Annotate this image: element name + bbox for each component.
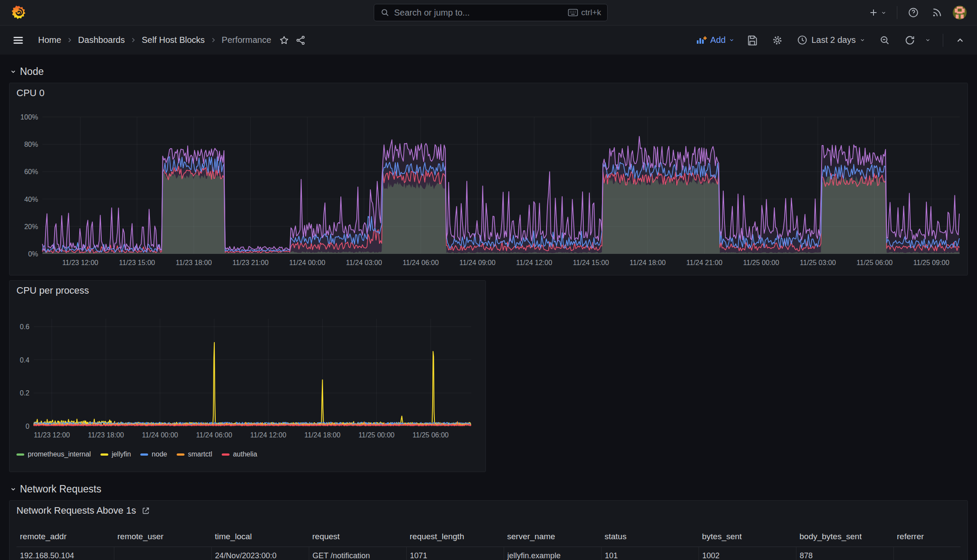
legend-item[interactable]: jellyfin: [100, 450, 131, 458]
svg-text:80%: 80%: [24, 141, 38, 148]
table-column-header[interactable]: time_local: [211, 526, 309, 547]
breadcrumb-dashboards[interactable]: Dashboards: [78, 35, 125, 45]
table-column-header[interactable]: remote_addr: [16, 526, 114, 547]
svg-text:11/24 06:00: 11/24 06:00: [403, 259, 439, 266]
table-column-header[interactable]: bytes_sent: [699, 526, 796, 547]
new-button[interactable]: [867, 6, 888, 19]
panel-network-requests: Network Requests Above 1s remote_addrrem…: [9, 500, 968, 560]
legend-item[interactable]: prometheus_internal: [16, 450, 91, 458]
svg-text:11/23 21:00: 11/23 21:00: [233, 259, 269, 266]
svg-text:11/24 18:00: 11/24 18:00: [630, 259, 666, 266]
chevron-up-icon: [955, 36, 965, 45]
plus-icon: [868, 7, 879, 18]
table-column-header[interactable]: body_bytes_sent: [796, 526, 893, 547]
search-shortcut: ctrl+k: [568, 8, 601, 17]
table-column-header[interactable]: referrer: [893, 526, 961, 547]
collapse-toolbar-button[interactable]: [954, 34, 967, 47]
legend-swatch-icon: [177, 453, 184, 456]
svg-text:11/25 06:00: 11/25 06:00: [413, 431, 449, 439]
star-dashboard-button[interactable]: [277, 33, 291, 47]
hamburger-icon: [12, 34, 24, 46]
table-column-header[interactable]: request: [309, 526, 406, 547]
table-body: 192.168.50.10424/Nov/2023:00:0GET /notif…: [16, 547, 961, 560]
svg-text:11/23 18:00: 11/23 18:00: [176, 259, 212, 266]
svg-text:40%: 40%: [24, 196, 38, 203]
svg-text:0%: 0%: [28, 250, 38, 258]
share-icon: [295, 35, 306, 45]
time-range-picker[interactable]: Last 2 days: [795, 33, 867, 47]
avatar-pixel-icon: [953, 6, 967, 19]
svg-text:11/24 00:00: 11/24 00:00: [142, 431, 178, 439]
svg-text:11/24 09:00: 11/24 09:00: [459, 259, 495, 266]
svg-text:11/24 03:00: 11/24 03:00: [346, 259, 382, 266]
user-avatar[interactable]: [953, 6, 967, 19]
table-header-row: remote_addrremote_usertime_localrequestr…: [16, 526, 961, 547]
global-search[interactable]: ctrl+k: [374, 4, 608, 21]
table-cell: [114, 547, 211, 560]
panel-cpu-process-title[interactable]: CPU per process: [16, 285, 89, 296]
table-column-header[interactable]: request_length: [406, 526, 504, 547]
legend-label: jellyfin: [112, 450, 131, 458]
table-column-header[interactable]: remote_user: [114, 526, 211, 547]
star-icon: [279, 35, 289, 45]
dashboard-settings-button[interactable]: [770, 33, 785, 48]
breadcrumb-home[interactable]: Home: [38, 35, 61, 45]
grafana-logo[interactable]: [10, 4, 28, 21]
chevron-right-icon: [210, 37, 217, 43]
add-panel-icon: [696, 35, 707, 45]
time-range-label: Last 2 days: [812, 35, 856, 45]
add-panel-button[interactable]: Add: [696, 35, 734, 45]
row-header-network-requests[interactable]: Network Requests: [10, 483, 968, 495]
svg-text:11/24 21:00: 11/24 21:00: [686, 259, 722, 266]
save-dashboard-button[interactable]: [745, 33, 760, 48]
share-dashboard-button[interactable]: [294, 33, 307, 47]
toolbar-divider: [943, 34, 943, 47]
refresh-interval-button[interactable]: [923, 36, 932, 45]
menu-toggle-button[interactable]: [10, 32, 26, 48]
chevron-down-icon: [10, 68, 16, 75]
svg-text:11/24 18:00: 11/24 18:00: [304, 431, 340, 439]
svg-text:11/25 00:00: 11/25 00:00: [359, 431, 395, 439]
breadcrumb-folder[interactable]: Self Host Blocks: [142, 35, 205, 45]
search-input[interactable]: [394, 8, 563, 18]
table-column-header[interactable]: server_name: [504, 526, 601, 547]
breadcrumb-current: Performance: [222, 35, 272, 45]
table-cell: jellyfin.example: [504, 547, 601, 560]
refresh-button[interactable]: [903, 33, 917, 48]
top-bar: ctrl+k: [0, 0, 977, 26]
news-button[interactable]: [929, 5, 944, 20]
breadcrumb: Home Dashboards Self Host Blocks Perform…: [38, 35, 271, 45]
table-cell: 1002: [699, 547, 796, 560]
chevron-right-icon: [130, 37, 136, 43]
legend-swatch-icon: [16, 453, 24, 456]
table-cell: GET /notification: [309, 547, 406, 560]
svg-text:100%: 100%: [20, 113, 38, 121]
zoom-out-icon: [879, 35, 890, 46]
cpu-per-process-chart[interactable]: 00.20.40.611/23 12:0011/23 18:0011/24 00…: [16, 297, 479, 444]
zoom-out-time-button[interactable]: [877, 33, 892, 48]
rss-icon: [931, 7, 942, 18]
panel-cpu0-title[interactable]: CPU 0: [16, 87, 45, 99]
add-label: Add: [710, 35, 726, 45]
panel-network-requests-title[interactable]: Network Requests Above 1s: [16, 505, 150, 516]
legend-swatch-icon: [140, 453, 148, 456]
svg-text:11/23 12:00: 11/23 12:00: [34, 431, 70, 439]
svg-text:0.6: 0.6: [20, 323, 29, 330]
row-header-node[interactable]: Node: [10, 66, 968, 78]
legend-label: prometheus_internal: [28, 450, 91, 458]
question-circle-icon: [908, 7, 919, 18]
row-title: Network Requests: [20, 483, 101, 495]
legend-item[interactable]: node: [140, 450, 167, 458]
help-button[interactable]: [906, 5, 921, 20]
shortcut-label: ctrl+k: [581, 8, 601, 17]
table-column-header[interactable]: status: [601, 526, 699, 547]
svg-text:11/25 06:00: 11/25 06:00: [857, 259, 893, 266]
cpu0-chart[interactable]: 0%20%40%60%80%100%11/23 12:0011/23 15:00…: [16, 100, 961, 273]
panel-cpu0: CPU 0 0%20%40%60%80%100%11/23 12:0011/23…: [9, 83, 968, 275]
legend-item[interactable]: smartctl: [177, 450, 212, 458]
keyboard-icon: [568, 8, 578, 17]
table-cell: 101: [601, 547, 699, 560]
table-row: 192.168.50.10424/Nov/2023:00:0GET /notif…: [16, 547, 961, 560]
svg-text:11/24 12:00: 11/24 12:00: [250, 431, 286, 439]
legend-item[interactable]: authelia: [222, 450, 257, 458]
